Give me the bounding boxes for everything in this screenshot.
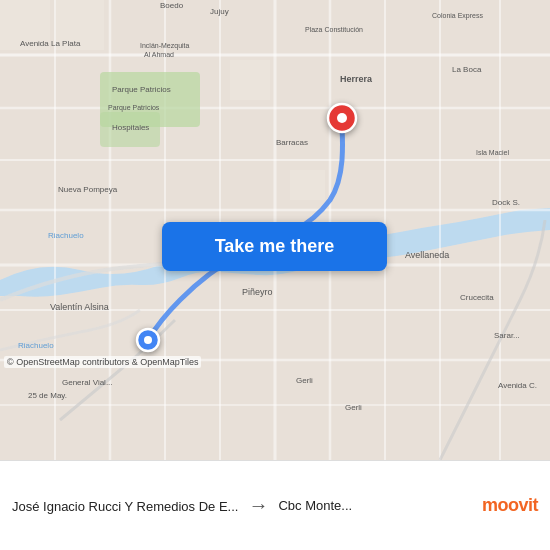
- moovit-logo: moovit: [482, 495, 538, 516]
- svg-text:Isla Maciel: Isla Maciel: [476, 149, 510, 156]
- svg-text:Dock S.: Dock S.: [492, 198, 520, 207]
- map-attribution: © OpenStreetMap contributors & OpenMapTi…: [4, 356, 201, 368]
- svg-text:Riachuelo: Riachuelo: [48, 231, 84, 240]
- svg-text:Inclán-Mezquita: Inclán-Mezquita: [140, 42, 190, 50]
- svg-text:Piñeyro: Piñeyro: [242, 287, 273, 297]
- svg-text:Riachuelo: Riachuelo: [18, 341, 54, 350]
- svg-text:La Boca: La Boca: [452, 65, 482, 74]
- map-container: Avenida La Plata Jujuy Plaza Constitució…: [0, 0, 550, 460]
- svg-text:Parque Patricios: Parque Patricios: [112, 85, 171, 94]
- svg-text:Jujuy: Jujuy: [210, 7, 229, 16]
- svg-text:Sarar...: Sarar...: [494, 331, 520, 340]
- svg-text:Gerli: Gerli: [296, 376, 313, 385]
- arrow-icon: →: [238, 494, 278, 517]
- moovit-text: moovit: [482, 495, 538, 516]
- svg-text:Valentín Alsina: Valentín Alsina: [50, 302, 109, 312]
- svg-text:Boedo: Boedo: [160, 1, 184, 10]
- svg-text:Crucecita: Crucecita: [460, 293, 494, 302]
- svg-text:Al Ahmad: Al Ahmad: [144, 51, 174, 58]
- svg-text:Avenida La Plata: Avenida La Plata: [20, 39, 81, 48]
- svg-text:25 de May.: 25 de May.: [28, 391, 67, 400]
- svg-point-53: [337, 113, 347, 123]
- svg-text:Barracas: Barracas: [276, 138, 308, 147]
- svg-rect-23: [290, 170, 325, 200]
- svg-point-55: [144, 336, 152, 344]
- to-name: Cbc Monte...: [278, 498, 352, 513]
- destination-marker: [328, 104, 356, 132]
- svg-text:Herrera: Herrera: [340, 74, 373, 84]
- svg-text:Hospitales: Hospitales: [112, 123, 149, 132]
- take-me-there-button[interactable]: Take me there: [162, 222, 387, 271]
- svg-text:Colonia Express: Colonia Express: [432, 12, 483, 20]
- from-location: José Ignacio Rucci Y Remedios De E...: [12, 497, 238, 514]
- bottom-bar: José Ignacio Rucci Y Remedios De E... → …: [0, 460, 550, 550]
- svg-text:Avenida C.: Avenida C.: [498, 381, 537, 390]
- svg-text:Avellaneda: Avellaneda: [405, 250, 449, 260]
- svg-text:Plaza Constitución: Plaza Constitución: [305, 26, 363, 33]
- svg-text:Parque Patricios: Parque Patricios: [108, 104, 160, 112]
- from-name: José Ignacio Rucci Y Remedios De E...: [12, 499, 238, 514]
- svg-text:Nueva Pompeya: Nueva Pompeya: [58, 185, 118, 194]
- svg-text:Gerli: Gerli: [345, 403, 362, 412]
- to-location: Cbc Monte...: [278, 498, 474, 513]
- svg-text:General Vial...: General Vial...: [62, 378, 113, 387]
- origin-marker: [137, 329, 159, 351]
- svg-rect-22: [230, 60, 270, 100]
